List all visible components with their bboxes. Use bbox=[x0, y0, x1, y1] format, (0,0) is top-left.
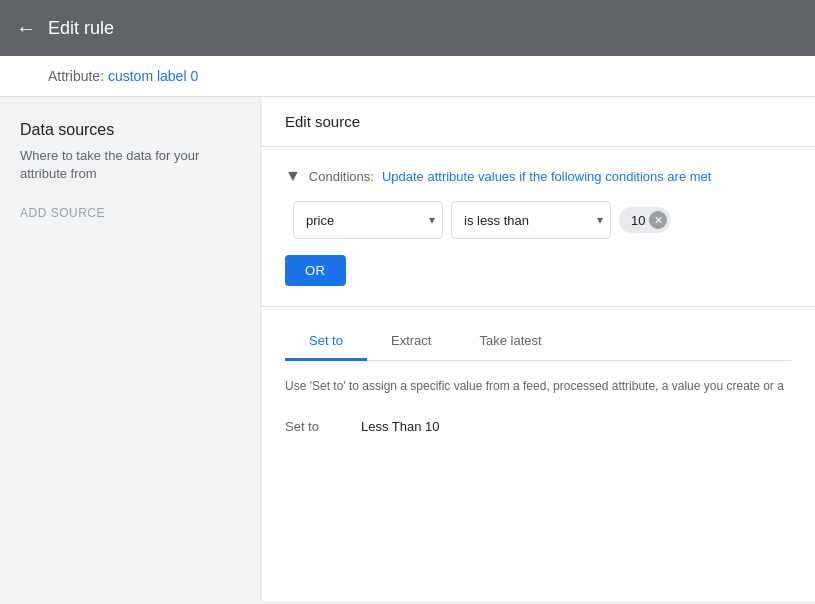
attribute-value: custom label 0 bbox=[108, 68, 198, 84]
conditions-section: ▼ Conditions: Update attribute values if… bbox=[261, 147, 815, 307]
value-chip: 10 ✕ bbox=[619, 207, 671, 233]
value-chip-close-button[interactable]: ✕ bbox=[649, 211, 667, 229]
page-title: Edit rule bbox=[48, 18, 114, 39]
attribute-label: Attribute: bbox=[48, 68, 104, 84]
app-header: ← Edit rule bbox=[0, 0, 815, 56]
tab-take-latest[interactable]: Take latest bbox=[455, 323, 565, 361]
conditions-row: ▼ Conditions: Update attribute values if… bbox=[285, 167, 791, 185]
tab-extract[interactable]: Extract bbox=[367, 323, 455, 361]
conditions-description: Update attribute values if the following… bbox=[382, 169, 712, 184]
set-to-label: Set to bbox=[285, 419, 345, 434]
edit-panel-header: Edit source bbox=[261, 97, 815, 147]
value-chip-text: 10 bbox=[631, 213, 645, 228]
conditions-label: Conditions: bbox=[309, 169, 374, 184]
add-source-button[interactable]: ADD SOURCE bbox=[20, 206, 105, 220]
set-to-value: Less Than 10 bbox=[361, 419, 440, 434]
field-select-wrapper: price bbox=[293, 201, 443, 239]
sidebar-title: Data sources bbox=[20, 121, 240, 139]
attribute-bar: Attribute: custom label 0 bbox=[0, 56, 815, 97]
back-icon[interactable]: ← bbox=[16, 17, 36, 40]
sidebar: Data sources Where to take the data for … bbox=[0, 97, 260, 601]
or-button[interactable]: OR bbox=[285, 255, 346, 286]
tabs-section: Set to Extract Take latest Use 'Set to' … bbox=[261, 307, 815, 442]
field-select[interactable]: price bbox=[293, 201, 443, 239]
operator-select-wrapper: is less than bbox=[451, 201, 611, 239]
tabs-row: Set to Extract Take latest bbox=[285, 323, 791, 361]
tab-description: Use 'Set to' to assign a specific value … bbox=[285, 377, 791, 395]
rule-row: price is less than 10 ✕ bbox=[293, 201, 791, 239]
edit-panel: Edit source ▼ Conditions: Update attribu… bbox=[260, 97, 815, 601]
filter-icon: ▼ bbox=[285, 167, 301, 185]
set-to-row: Set to Less Than 10 bbox=[285, 411, 791, 442]
tab-set-to[interactable]: Set to bbox=[285, 323, 367, 361]
operator-select[interactable]: is less than bbox=[451, 201, 611, 239]
sidebar-description: Where to take the data for your attribut… bbox=[20, 147, 240, 183]
main-content: Data sources Where to take the data for … bbox=[0, 97, 815, 601]
